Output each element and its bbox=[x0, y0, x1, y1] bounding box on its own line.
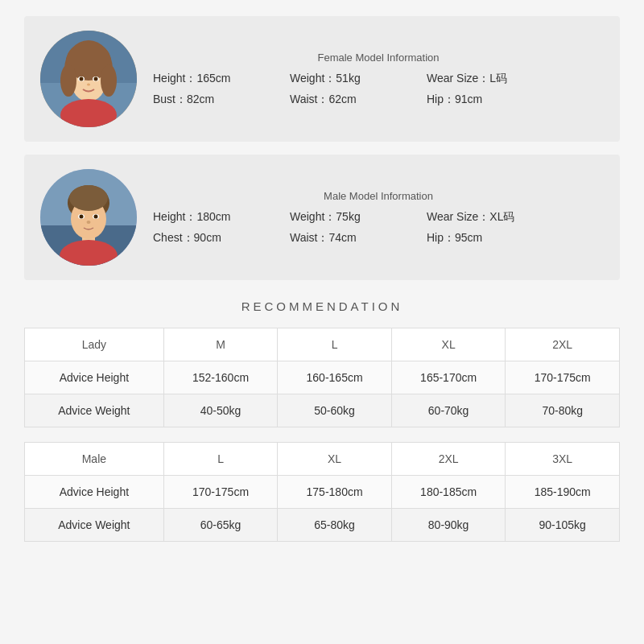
male-col-gender: Male bbox=[25, 443, 164, 476]
male-stats-row2: Chest：90cm Waist：74cm Hip：95cm bbox=[153, 231, 604, 246]
lady-col-xl: XL bbox=[391, 328, 506, 361]
male-weight: Weight：75kg bbox=[290, 210, 394, 225]
male-chest: Chest：90cm bbox=[153, 231, 258, 246]
svg-point-13 bbox=[87, 84, 90, 86]
lady-col-2xl: 2XL bbox=[506, 328, 620, 361]
male-col-xl: XL bbox=[278, 443, 392, 476]
male-model-info: Male Model Information Height：180cm Weig… bbox=[153, 190, 604, 246]
female-hip: Hip：91cm bbox=[427, 93, 531, 107]
female-height: Height：165cm bbox=[153, 72, 258, 86]
svg-point-12 bbox=[94, 77, 98, 81]
male-height-l: 170-175cm bbox=[163, 476, 278, 509]
male-col-l: L bbox=[163, 443, 278, 476]
page-container: Female Model Information Height：165cm We… bbox=[0, 0, 644, 572]
male-model-label: Male Model Information bbox=[153, 190, 604, 202]
male-height-label: Advice Height bbox=[25, 476, 164, 509]
svg-point-23 bbox=[80, 215, 84, 219]
male-col-3xl: 3XL bbox=[506, 443, 620, 476]
lady-weight-2xl: 70-80kg bbox=[506, 394, 620, 427]
female-wear-size: Wear Size：L码 bbox=[427, 72, 531, 86]
svg-point-24 bbox=[94, 215, 98, 219]
male-model-stats: Height：180cm Weight：75kg Wear Size：XL码 C… bbox=[153, 210, 604, 246]
lady-weight-xl: 60-70kg bbox=[391, 394, 506, 427]
lady-height-2xl: 170-175cm bbox=[506, 361, 620, 394]
female-model-label: Female Model Information bbox=[153, 52, 604, 64]
recommendation-section: RECOMMENDATION Lady M L XL 2XL Advice He… bbox=[24, 299, 620, 542]
lady-height-label: Advice Height bbox=[25, 361, 164, 394]
male-weight-label: Advice Weight bbox=[25, 509, 164, 542]
male-wear-size: Wear Size：XL码 bbox=[427, 210, 531, 225]
lady-height-m: 152-160cm bbox=[163, 361, 278, 394]
lady-height-l: 160-165cm bbox=[278, 361, 392, 394]
lady-col-gender: Lady bbox=[25, 328, 164, 361]
female-model-stats: Height：165cm Weight：51kg Wear Size：L码 Bu… bbox=[153, 72, 604, 107]
male-waist: Waist：74cm bbox=[290, 231, 394, 246]
lady-height-xl: 165-170cm bbox=[391, 361, 506, 394]
male-table-header-row: Male L XL 2XL 3XL bbox=[25, 443, 620, 476]
lady-col-m: M bbox=[163, 328, 278, 361]
female-stats-row1: Height：165cm Weight：51kg Wear Size：L码 bbox=[153, 72, 604, 86]
lady-table-header-row: Lady M L XL 2XL bbox=[25, 328, 620, 361]
female-weight: Weight：51kg bbox=[290, 72, 394, 86]
male-col-2xl: 2XL bbox=[391, 443, 506, 476]
male-height-row: Advice Height 170-175cm 175-180cm 180-18… bbox=[25, 476, 620, 509]
recommendation-title: RECOMMENDATION bbox=[24, 299, 620, 313]
lady-weight-row: Advice Weight 40-50kg 50-60kg 60-70kg 70… bbox=[25, 394, 620, 427]
svg-point-7 bbox=[60, 64, 76, 97]
female-bust: Bust：82cm bbox=[153, 93, 258, 107]
female-avatar bbox=[40, 31, 137, 127]
male-height-2xl: 180-185cm bbox=[391, 476, 506, 509]
male-size-table: Male L XL 2XL 3XL Advice Height 170-175c… bbox=[24, 442, 620, 542]
male-weight-2xl: 80-90kg bbox=[391, 509, 506, 542]
female-stats-row2: Bust：82cm Waist：62cm Hip：91cm bbox=[153, 93, 604, 107]
male-weight-3xl: 90-105kg bbox=[506, 509, 620, 542]
female-waist: Waist：62cm bbox=[290, 93, 394, 107]
lady-weight-l: 50-60kg bbox=[278, 394, 392, 427]
svg-point-20 bbox=[69, 185, 108, 211]
svg-point-25 bbox=[87, 221, 91, 224]
male-model-section: Male Model Information Height：180cm Weig… bbox=[24, 155, 620, 280]
male-hip: Hip：95cm bbox=[427, 231, 531, 246]
lady-size-table: Lady M L XL 2XL Advice Height 152-160cm … bbox=[24, 328, 620, 427]
male-avatar bbox=[40, 169, 137, 266]
lady-height-row: Advice Height 152-160cm 160-165cm 165-17… bbox=[25, 361, 620, 394]
lady-weight-label: Advice Weight bbox=[25, 394, 164, 427]
male-height-xl: 175-180cm bbox=[278, 476, 392, 509]
female-model-section: Female Model Information Height：165cm We… bbox=[24, 16, 620, 142]
male-stats-row1: Height：180cm Weight：75kg Wear Size：XL码 bbox=[153, 210, 604, 225]
male-weight-row: Advice Weight 60-65kg 65-80kg 80-90kg 90… bbox=[25, 509, 620, 542]
male-weight-l: 60-65kg bbox=[163, 509, 278, 542]
male-height-3xl: 185-190cm bbox=[506, 476, 620, 509]
lady-col-l: L bbox=[278, 328, 392, 361]
male-height: Height：180cm bbox=[153, 210, 258, 225]
svg-point-11 bbox=[80, 77, 84, 81]
svg-point-8 bbox=[101, 64, 117, 97]
lady-weight-m: 40-50kg bbox=[163, 394, 278, 427]
male-weight-xl: 65-80kg bbox=[278, 509, 392, 542]
female-model-info: Female Model Information Height：165cm We… bbox=[153, 52, 604, 107]
